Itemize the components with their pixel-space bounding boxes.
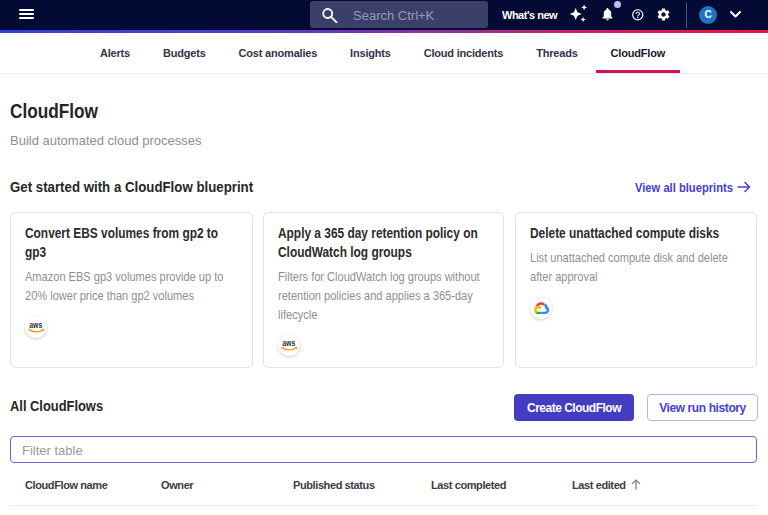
svg-text:aws: aws — [29, 320, 42, 330]
svg-text:aws: aws — [282, 338, 295, 348]
